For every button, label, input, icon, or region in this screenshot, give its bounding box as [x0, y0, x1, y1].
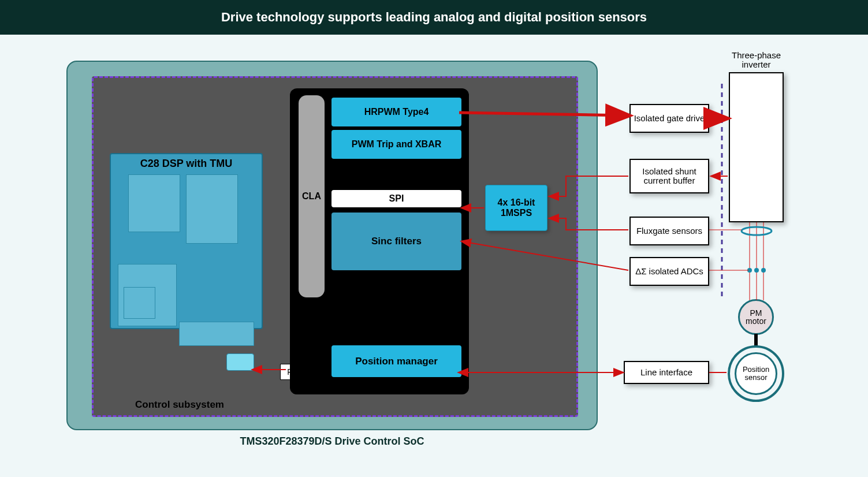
- dsp-sub-block: [186, 174, 238, 244]
- module-spi: SPI: [331, 190, 461, 207]
- ext-gate-drive: Isolated gate drive: [629, 104, 709, 133]
- cla-label: CLA: [302, 191, 321, 202]
- dsp-port: [226, 353, 254, 371]
- title-text: Drive technology supports leading analog…: [221, 10, 647, 25]
- dsp-sub-block: [124, 287, 155, 319]
- module-sinc: Sinc filters: [331, 213, 461, 270]
- svg-point-16: [761, 268, 766, 273]
- control-subsystem: Control subsystem C28 DSP with TMU Port …: [92, 76, 578, 417]
- pm-motor: PM motor: [738, 299, 774, 335]
- svg-point-14: [747, 268, 752, 273]
- module-position-manager: Position manager: [331, 345, 461, 377]
- dsp-label: C28 DSP with TMU: [111, 158, 262, 170]
- position-sensor: Position sensor: [735, 352, 777, 395]
- title-bar: Drive technology supports leading analog…: [0, 0, 868, 35]
- ext-ds-adc: ΔΣ isolated ADCs: [629, 257, 709, 286]
- control-subsystem-label: Control subsystem: [135, 399, 224, 411]
- soc-container: TMS320F28379D/S Drive Control SoC Contro…: [66, 61, 598, 430]
- ext-fluxgate: Fluxgate sensors: [629, 217, 709, 245]
- cla-block: CLA: [299, 95, 325, 297]
- dsp-sub-block: [179, 322, 254, 346]
- soc-label: TMS320F28379D/S Drive Control SoC: [240, 435, 424, 448]
- ext-shunt-buffer: Isolated shunt current buffer: [629, 159, 709, 193]
- svg-point-13: [742, 227, 772, 235]
- module-hrpwm: HRPWM Type4: [331, 98, 461, 126]
- dsp-block: C28 DSP with TMU: [110, 153, 263, 329]
- inverter-label: Three-phase inverter: [717, 51, 795, 69]
- three-phase-inverter: [729, 72, 784, 222]
- dsp-sub-block: [128, 174, 180, 232]
- module-xbar: PWM Trip and XBAR: [331, 130, 461, 159]
- accelerator-block: CLA HRPWM Type4 PWM Trip and XBAR SPI Si…: [290, 88, 469, 394]
- adc-block: 4x 16-bit 1MSPS: [485, 185, 547, 231]
- svg-point-15: [754, 268, 759, 273]
- ext-line-interface: Line interface: [624, 361, 709, 384]
